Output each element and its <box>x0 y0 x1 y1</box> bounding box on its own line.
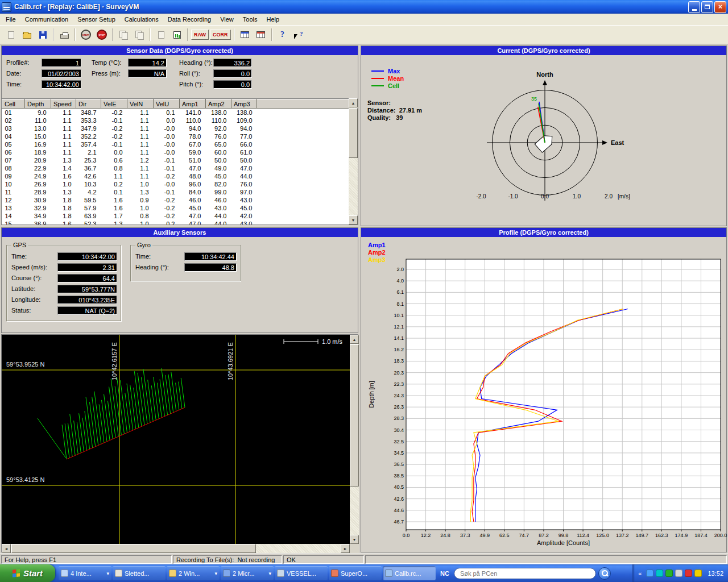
menu-help[interactable]: Help <box>262 14 284 24</box>
taskbar-button-sletted[interactable]: Sletted... <box>113 566 166 580</box>
start-button[interactable]: Start <box>0 564 55 582</box>
save-button[interactable] <box>35 27 50 42</box>
menu-data-recording[interactable]: Data Recording <box>163 14 216 24</box>
tray-icon-blue[interactable] <box>646 569 653 577</box>
taskbar-button-4-inte[interactable]: 4 Inte...▾ <box>59 566 111 580</box>
start-recording-button[interactable]: START <box>78 27 93 42</box>
table-row[interactable]: 1128.91.34.20.11.3-0.184.099.097.0 <box>2 188 350 196</box>
corrected-data-button[interactable]: CORR <box>210 30 231 40</box>
copy-all-button[interactable] <box>132 27 147 42</box>
table-row[interactable]: 0618.91.12.10.01.1-0.059.060.061.0 <box>2 148 350 156</box>
print-button[interactable] <box>57 27 72 42</box>
taskbar-button-supero[interactable]: SuperO... <box>329 566 382 580</box>
copy-button[interactable] <box>116 27 131 42</box>
minimize-button[interactable] <box>688 1 700 13</box>
table-row[interactable]: 1434.91.863.91.70.8-0.247.044.042.0 <box>2 212 350 220</box>
chart-icon <box>173 31 181 39</box>
scrollbar-thumb[interactable] <box>349 108 358 158</box>
scroll-up-icon[interactable]: ▲ <box>350 335 359 344</box>
window-view-button[interactable] <box>154 27 168 42</box>
column-header-velu[interactable]: VelU <box>154 99 180 109</box>
toolbar-separator <box>112 28 113 41</box>
toolbar-separator <box>234 28 235 41</box>
column-header-dir[interactable]: Dir <box>76 99 101 109</box>
search-input[interactable] <box>454 568 596 579</box>
table-row[interactable]: 019.01.1348.7-0.21.10.1141.0138.0138.0 <box>2 109 350 117</box>
column-header-speed[interactable]: Speed <box>51 99 76 109</box>
menu-calculations[interactable]: Calculations <box>120 14 163 24</box>
table-row[interactable]: 0415.01.1352.2-0.21.1-0.078.076.077.0 <box>2 132 350 140</box>
scroll-up-icon[interactable]: ▲ <box>349 98 358 107</box>
column-header-amp2[interactable]: Amp2 <box>206 99 231 109</box>
scrollbar-thumb[interactable] <box>350 344 359 487</box>
table-row[interactable]: 1230.91.859.51.60.9-0.246.046.043.0 <box>2 196 350 204</box>
latitude-label: 59°53.9525 N <box>6 361 44 368</box>
tray-icon-red[interactable] <box>685 569 692 577</box>
scroll-left-icon[interactable]: ◄ <box>2 544 11 553</box>
taskbar-button-vessel[interactable]: VESSEL... <box>275 566 328 580</box>
table-view-button[interactable] <box>238 27 253 42</box>
taskbar-button-calib-rc[interactable]: Calib.rc... <box>383 566 436 580</box>
chart-view-button[interactable] <box>169 27 184 42</box>
menu-view[interactable]: View <box>216 14 238 24</box>
column-header-vele[interactable]: VelE <box>101 99 127 109</box>
scale-label: 1.0 m/s <box>322 338 343 345</box>
table-row[interactable]: 1536.91.652.31.31.0-0.247.044.043.0 <box>2 220 350 225</box>
taskbar-clock[interactable]: 13:52 <box>708 570 723 577</box>
table-row[interactable]: 0720.91.325.30.61.2-0.151.050.050.0 <box>2 156 350 164</box>
map-vertical-scrollbar[interactable]: ▲ ▼ <box>350 335 359 544</box>
axis-tick-label: -2.0 <box>476 193 486 199</box>
field-label-time: Time: <box>6 81 22 88</box>
table-row[interactable]: 0211.01.1353.3-0.11.10.0110.0110.0109.0 <box>2 117 350 124</box>
task-buttons: 4 Inte...▾Sletted...2 Win...▾2 Micr...▾V… <box>59 566 437 580</box>
menu-communication[interactable]: Communication <box>20 14 73 24</box>
stop-recording-button[interactable]: STOP <box>94 27 109 42</box>
column-header-amp3[interactable]: Amp3 <box>231 99 257 109</box>
map-horizontal-scrollbar[interactable]: ◄ ► <box>2 544 350 553</box>
menu-tools[interactable]: Tools <box>238 14 262 24</box>
field-label-temp-c: Temp (°C): <box>92 59 122 66</box>
tray-icon-green-shield[interactable] <box>665 569 673 577</box>
field-label-pitch: Pitch (°): <box>179 81 203 88</box>
table-row[interactable]: 1026.91.010.30.21.0-0.096.082.076.0 <box>2 180 350 188</box>
table-row[interactable]: 0516.91.1357.4-0.11.1-0.067.065.066.0 <box>2 140 350 148</box>
table-row[interactable]: 0313.01.1347.9-0.21.1-0.094.092.094.0 <box>2 124 350 132</box>
chevron-down-icon: ▾ <box>214 571 217 576</box>
column-header-cell[interactable]: Cell <box>2 99 25 109</box>
axis-tick-label: -1.0 <box>508 193 518 199</box>
grid-view-button[interactable] <box>254 27 268 42</box>
scrollbar-thumb[interactable] <box>11 544 256 553</box>
table-scrollbar[interactable]: ▲ ▼ <box>349 98 358 225</box>
search-icon[interactable] <box>598 567 611 580</box>
column-header-amp1[interactable]: Amp1 <box>180 99 206 109</box>
gyro-group-label: Gyro <box>135 242 152 248</box>
column-header-veln[interactable]: VelN <box>127 99 154 109</box>
scroll-right-icon[interactable]: ► <box>341 544 350 553</box>
restore-button[interactable] <box>701 1 713 13</box>
table-row[interactable]: 1332.91.857.91.61.0-0.245.043.045.0 <box>2 204 350 212</box>
raw-data-button[interactable]: RAW <box>191 30 209 40</box>
table-row[interactable]: 0822.91.436.70.81.1-0.147.049.047.0 <box>2 164 350 172</box>
tray-chevron-icon[interactable]: « <box>638 570 642 577</box>
taskbar-nc-label: NC <box>440 570 449 577</box>
new-file-button[interactable] <box>3 27 18 42</box>
map-view[interactable]: 59°53.9525 N59°53.4125 N10°42.6157 E10°4… <box>2 335 350 544</box>
column-header-depth[interactable]: Depth <box>25 99 51 109</box>
menu-file[interactable]: File <box>1 14 20 24</box>
tray-icon-gray[interactable] <box>675 569 682 577</box>
taskbar-button-icon <box>169 569 176 577</box>
open-file-button[interactable] <box>19 27 34 42</box>
taskbar-button-2-micr[interactable]: 2 Micr...▾ <box>221 566 274 580</box>
close-button[interactable]: × <box>714 1 726 13</box>
scroll-down-icon[interactable]: ▼ <box>350 535 359 544</box>
menu-sensor-setup[interactable]: Sensor Setup <box>73 14 120 24</box>
table-row[interactable]: 0924.91.642.61.11.1-0.248.045.044.0 <box>2 172 350 180</box>
context-help-button[interactable]: ? <box>291 27 306 42</box>
scroll-down-icon[interactable]: ▼ <box>349 215 358 225</box>
help-button[interactable]: ? <box>275 27 290 42</box>
taskbar-button-2-win[interactable]: 2 Win...▾ <box>167 566 220 580</box>
tray-icon-teal[interactable] <box>656 569 663 577</box>
help-icon: ? <box>280 30 284 39</box>
profile-chart: 0.012.224.837.349.962.574.787.299.8112.4… <box>361 237 727 553</box>
tray-icon-yellow[interactable] <box>694 569 702 577</box>
